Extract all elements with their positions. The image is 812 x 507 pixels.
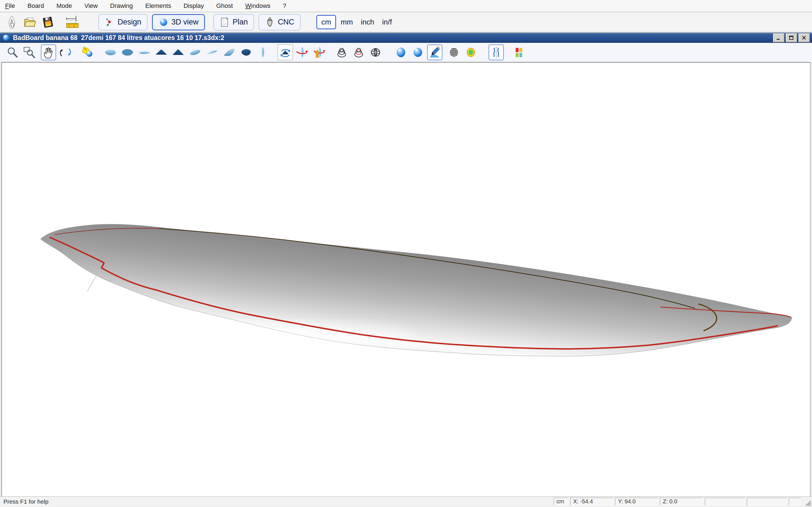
view-outline-icon[interactable]	[255, 45, 270, 60]
flow-lines-icon[interactable]	[489, 45, 504, 60]
render-shiny-icon[interactable]	[410, 45, 425, 60]
color-settings-icon[interactable]	[511, 45, 526, 60]
curvature-map-icon[interactable]	[463, 45, 478, 60]
view-persp-back-icon[interactable]	[238, 45, 253, 60]
render-smooth-icon[interactable]	[393, 45, 409, 60]
spin-horizontal-icon[interactable]	[295, 45, 310, 60]
svg-text:0: 0	[73, 24, 75, 27]
cnc-mode-button[interactable]: CNC	[259, 14, 301, 31]
board-file-icon	[2, 34, 10, 42]
view-deck-icon[interactable]	[103, 45, 118, 60]
menu-ghost[interactable]: Ghost	[216, 2, 234, 10]
surfboard-3d-render	[2, 62, 810, 496]
document-titlebar[interactable]: BadBoard banana 68 27demi 167 84 litres …	[0, 33, 812, 43]
status-help-text: Press F1 for help	[3, 498, 552, 505]
view-toolbar	[0, 43, 812, 62]
cnc-label: CNC	[278, 18, 294, 26]
view3d-label: 3D view	[171, 18, 199, 26]
open-folder-icon[interactable]	[22, 15, 38, 30]
pan-hand-icon[interactable]	[41, 45, 56, 60]
cnc-bit-icon	[265, 17, 275, 27]
board-hand-icon[interactable]	[4, 15, 19, 30]
unit-cm[interactable]: cm	[316, 15, 336, 29]
rotate-animate-icon[interactable]	[278, 45, 293, 60]
plan-mode-button[interactable]: Plan	[213, 14, 254, 31]
status-bar: Press F1 for help cm X: -54.4 Y: 94.0 Z:…	[0, 496, 812, 506]
svg-text:1: 1	[68, 24, 70, 27]
menu-view[interactable]: View	[84, 2, 98, 10]
menu-help[interactable]: ?	[282, 2, 287, 10]
save-icon[interactable]	[40, 15, 56, 30]
rotate-3d-icon[interactable]	[58, 45, 73, 60]
status-unit: cm	[554, 498, 568, 505]
wireframe-mesh-icon[interactable]	[368, 45, 383, 60]
plan-label: Plan	[233, 18, 248, 26]
menu-board[interactable]: Board	[27, 2, 45, 10]
board-body	[41, 224, 792, 356]
menu-display[interactable]: Display	[183, 2, 204, 10]
view3d-mode-button[interactable]: 3D view	[152, 14, 205, 31]
zoom-window-icon[interactable]	[22, 45, 37, 60]
sphere-3d-icon	[158, 17, 168, 27]
menu-elements[interactable]: Elements	[145, 2, 172, 10]
paint-board-icon[interactable]	[427, 45, 442, 60]
design-label: Design	[117, 18, 141, 26]
viewport-3d[interactable]	[1, 62, 811, 496]
status-empty-panel-2	[747, 498, 787, 505]
unit-inch[interactable]: inch	[357, 16, 378, 29]
view-bottom-icon[interactable]	[120, 45, 135, 60]
zoom-icon[interactable]	[5, 45, 20, 60]
menu-windows[interactable]: Windows	[245, 2, 271, 10]
maximize-icon	[789, 36, 794, 40]
maximize-button[interactable]	[786, 34, 797, 42]
measure-icon[interactable]: 1 0	[65, 15, 80, 30]
view-back-icon[interactable]	[170, 45, 186, 60]
close-button[interactable]	[799, 34, 810, 42]
menu-mode[interactable]: Mode	[56, 2, 72, 10]
view-front-icon[interactable]	[154, 45, 169, 60]
light-icon[interactable]	[80, 45, 96, 60]
minimize-button[interactable]	[773, 34, 784, 42]
spin-vertical-icon[interactable]	[312, 45, 327, 60]
menu-file[interactable]: File	[4, 2, 15, 10]
view-side-icon[interactable]	[137, 45, 152, 60]
zebra-stripes-icon[interactable]	[446, 45, 462, 60]
design-mode-button[interactable]: Design	[98, 14, 147, 31]
view-persp-side-icon[interactable]	[204, 45, 220, 60]
wireframe-slices-icon[interactable]	[334, 45, 349, 60]
status-empty-panel-1	[705, 498, 745, 505]
close-icon	[801, 36, 807, 40]
unit-mm[interactable]: mm	[337, 16, 356, 29]
document-title: BadBoard banana 68 27demi 167 84 litres …	[13, 34, 772, 42]
status-z-coordinate: Z: 0.0	[660, 498, 703, 505]
design-nodes-icon	[105, 17, 115, 27]
status-empty-panel-3	[789, 498, 801, 505]
wireframe-slices-active-icon[interactable]	[351, 45, 366, 60]
menu-bar: File Board Mode View Drawing Elements Di…	[0, 0, 812, 12]
resize-grip-icon[interactable]	[802, 498, 812, 506]
unit-inf[interactable]: in/f	[378, 16, 395, 29]
unit-selector: cm mm inch in/f	[316, 15, 395, 29]
status-y-coordinate: Y: 94.0	[615, 498, 658, 505]
view-persp-deck-icon[interactable]	[188, 45, 203, 60]
minimize-icon	[776, 36, 781, 40]
menu-drawing[interactable]: Drawing	[110, 2, 134, 10]
status-x-coordinate: X: -54.4	[570, 498, 613, 505]
main-toolbar: 1 0 Design 3D view Plan	[0, 12, 812, 33]
view-persp-front-icon[interactable]	[221, 45, 237, 60]
plan-doc-icon	[220, 17, 230, 27]
